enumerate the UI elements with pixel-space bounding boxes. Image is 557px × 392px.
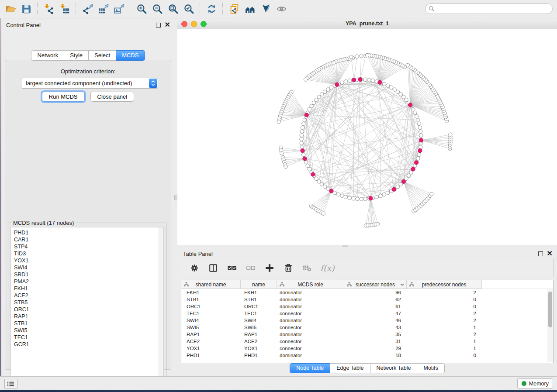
table-cell: 62 — [343, 297, 405, 302]
table-cell: 2 — [405, 311, 480, 316]
show-column-panel-icon[interactable] — [208, 262, 219, 274]
table-cell: 43 — [343, 325, 405, 330]
first-neighbors-icon[interactable] — [242, 2, 258, 16]
tab-network[interactable]: Network — [31, 50, 64, 61]
table-cell: connector — [276, 311, 343, 316]
create-column-icon[interactable] — [264, 262, 275, 274]
close-panel-icon[interactable]: ✕ — [547, 251, 553, 256]
save-session-icon[interactable] — [18, 2, 34, 16]
status-bar: Memory — [0, 376, 557, 390]
zoom-fit-icon[interactable] — [165, 2, 181, 16]
deselect-all-icon[interactable] — [245, 262, 256, 274]
mcds-result-list[interactable]: PHD1CAR1STP4TID3YOX1SWI4SRD1PMA2FKH1ACE2… — [10, 227, 164, 382]
run-mcds-button[interactable]: Run MCDS — [42, 92, 85, 102]
table-cell: dominator — [276, 332, 343, 337]
column-header-name[interactable]: name — [241, 280, 277, 289]
import-table-icon[interactable] — [57, 2, 73, 16]
table-cell: FKH1 — [240, 290, 276, 295]
export-image-icon[interactable] — [111, 2, 127, 16]
zoom-selected-icon[interactable] — [181, 2, 197, 16]
task-history-button[interactable] — [4, 379, 17, 389]
zoom-out-icon[interactable] — [149, 2, 165, 16]
optimization-criterion-select[interactable]: largest connected component (undirected) — [21, 78, 158, 89]
table-cell: 96 — [343, 290, 405, 295]
table-row[interactable]: ORC1ORC1dominator610 — [181, 303, 553, 310]
float-panel-icon[interactable] — [156, 23, 161, 28]
close-panel-icon[interactable]: ✕ — [165, 23, 170, 27]
table-cell: SWI4 — [240, 318, 276, 323]
tab-edge-table[interactable]: Edge Table — [330, 363, 370, 373]
table-cell: SWI5 — [181, 325, 240, 330]
delete-column-icon[interactable] — [283, 262, 294, 274]
table-cell: 0 — [405, 353, 480, 358]
destroy-table-icon — [301, 262, 313, 274]
table-panel-title: Table Panel — [183, 251, 213, 257]
table-cell: connector — [276, 346, 343, 351]
table-cell: dominator — [276, 318, 343, 323]
table-cell: 2 — [405, 332, 480, 337]
window-zoom-icon[interactable] — [201, 21, 207, 27]
float-panel-icon[interactable] — [538, 251, 543, 256]
search-input[interactable] — [425, 3, 553, 14]
mcds-list-scrollbar[interactable] — [159, 227, 163, 381]
table-row[interactable]: FKH1FKH1dominator962 — [181, 289, 553, 296]
column-header-predecessor-nodes[interactable]: predecessor nodes — [407, 280, 482, 289]
memory-button[interactable]: Memory — [517, 378, 553, 389]
memory-status-icon — [522, 381, 526, 386]
function-builder-icon: f(x) — [320, 263, 335, 273]
mcds-tab-content: Optimization criterion: largest connecte… — [5, 60, 171, 370]
zoom-in-icon[interactable] — [134, 2, 149, 16]
table-row[interactable]: RAP1RAP1dominator352 — [181, 331, 553, 338]
network-canvas[interactable] — [177, 29, 557, 245]
tab-style[interactable]: Style — [64, 50, 89, 61]
table-options-icon[interactable] — [189, 262, 200, 274]
tab-mcds[interactable]: MCDS — [116, 50, 145, 61]
show-hide-icon[interactable] — [273, 2, 289, 16]
graphics-details-icon[interactable] — [258, 2, 273, 16]
window-close-icon[interactable] — [181, 21, 187, 27]
table-row[interactable]: STB1STB1dominator620 — [181, 296, 553, 303]
table-cell: 61 — [343, 304, 405, 309]
table-row[interactable]: TEC1TEC1connector472 — [181, 310, 553, 317]
table-cell: ORC1 — [181, 304, 240, 309]
table-toolbar: f(x) — [181, 259, 554, 277]
table-cell: 46 — [343, 318, 405, 323]
export-network-icon[interactable] — [80, 2, 95, 16]
column-header-shared-name[interactable]: shared name — [181, 280, 241, 289]
column-header-successor-nodes[interactable]: successor nodes — [344, 280, 407, 289]
close-panel-button[interactable]: Close panel — [90, 92, 135, 102]
table-scrollbar[interactable] — [547, 289, 553, 362]
scrollbar-thumb[interactable] — [548, 292, 552, 327]
table-cell: RAP1 — [240, 332, 276, 337]
tab-motifs[interactable]: Motifs — [417, 363, 444, 373]
import-network-icon[interactable] — [41, 2, 57, 16]
table-cell: YOX1 — [181, 346, 240, 351]
column-header-MCDS-role[interactable]: MCDS role — [277, 280, 344, 289]
network-window-title: YPA_prune.txt_1 — [346, 21, 389, 27]
table-cell: PHD1 — [181, 353, 240, 358]
table-row[interactable]: SWI4SWI4dominator462 — [181, 317, 553, 324]
network-window: YPA_prune.txt_1 — [177, 18, 557, 245]
tab-network-table[interactable]: Network Table — [370, 363, 418, 373]
mcds-result-item: SWI5 — [14, 327, 163, 334]
table-cell: YOX1 — [240, 346, 276, 351]
table-cell: STB1 — [181, 297, 240, 302]
table-row[interactable]: ACE2ACE2connector311 — [181, 338, 553, 345]
open-session-icon[interactable] — [3, 2, 18, 16]
table-row[interactable]: SWI5SWI5connector431 — [181, 324, 553, 331]
table-row[interactable]: YOX1YOX1connector291 — [181, 345, 553, 352]
mcds-result-item: RAP1 — [14, 313, 163, 320]
table-row[interactable]: PHD1PHD1dominator180 — [181, 352, 553, 359]
tab-node-table[interactable]: Node Table — [290, 363, 330, 373]
table-cell: 18 — [343, 353, 405, 358]
window-minimize-icon[interactable] — [191, 21, 197, 27]
apply-layout-icon[interactable] — [204, 2, 219, 16]
select-all-icon[interactable] — [226, 262, 238, 274]
export-table-icon[interactable] — [95, 2, 111, 16]
network-window-titlebar[interactable]: YPA_prune.txt_1 — [177, 18, 557, 29]
mcds-result-item: PMA2 — [14, 278, 163, 285]
table-cell: ORC1 — [240, 304, 276, 309]
new-network-from-selection-icon[interactable] — [226, 2, 242, 16]
tab-select[interactable]: Select — [89, 50, 116, 61]
table-cell: STB1 — [240, 297, 276, 302]
